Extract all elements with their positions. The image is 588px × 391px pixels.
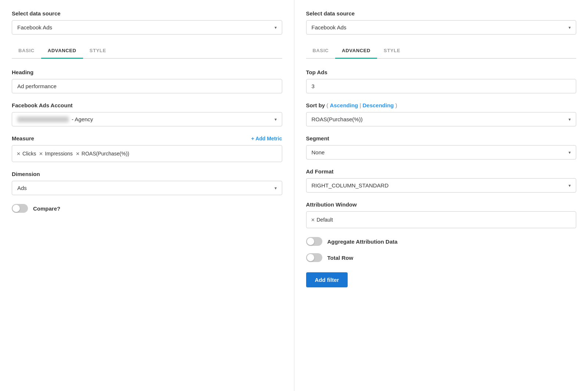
measure-header: Measure + Add Metric: [12, 135, 282, 141]
facebook-ads-account-dropdown[interactable]: - Agency ▾: [12, 112, 282, 126]
dimension-dropdown[interactable]: Ads ▾: [12, 181, 282, 195]
sort-by-paren-open: (: [326, 102, 330, 108]
sort-ascending-link[interactable]: Ascending: [330, 102, 358, 108]
sort-by-value: ROAS(Purchase(%)): [312, 116, 363, 122]
facebook-ads-account-group: Facebook Ads Account - Agency ▾: [12, 102, 282, 126]
sort-by-paren-close: ): [395, 102, 397, 108]
left-tab-basic[interactable]: BASIC: [12, 43, 41, 59]
segment-arrow-icon: ▾: [569, 150, 571, 155]
left-datasource-arrow-icon: ▾: [275, 25, 277, 30]
left-tab-advanced[interactable]: ADVANCED: [41, 43, 83, 59]
tag-impressions-remove-icon[interactable]: ✕: [39, 151, 43, 157]
heading-label: Heading: [12, 69, 282, 75]
measure-label: Measure: [12, 135, 34, 141]
ad-format-value: RIGHT_COLUMN_STANDARD: [312, 182, 389, 189]
ad-format-arrow-icon: ▾: [569, 183, 571, 188]
dimension-dropdown-arrow-icon: ▾: [275, 186, 277, 191]
right-select-datasource-label: Select data source: [306, 10, 577, 17]
tag-clicks: ✕ Clicks: [17, 151, 36, 157]
left-datasource-value: Facebook Ads: [17, 24, 52, 31]
dimension-group: Dimension Ads ▾: [12, 171, 282, 195]
add-metric-button[interactable]: + Add Metric: [251, 136, 282, 141]
account-blurred: [17, 116, 69, 122]
sort-by-arrow-icon: ▾: [569, 117, 571, 122]
ad-format-group: Ad Format RIGHT_COLUMN_STANDARD ▾: [306, 168, 577, 193]
sort-by-header: Sort by ( Ascending | Descending ): [306, 102, 577, 108]
segment-value: None: [312, 149, 325, 155]
measure-group: Measure + Add Metric ✕ Clicks ✕ Impressi…: [12, 135, 282, 162]
tag-default-remove-icon[interactable]: ✕: [311, 217, 315, 223]
total-row-toggle[interactable]: [306, 253, 322, 262]
segment-dropdown[interactable]: None ▾: [306, 145, 577, 159]
left-tab-style[interactable]: STYLE: [83, 43, 113, 59]
segment-label: Segment: [306, 135, 577, 141]
right-tab-advanced[interactable]: ADVANCED: [335, 43, 377, 59]
ad-format-label: Ad Format: [306, 168, 577, 175]
facebook-ads-account-label: Facebook Ads Account: [12, 102, 282, 108]
aggregate-attribution-toggle-row: Aggregate Attribution Data: [306, 237, 577, 246]
aggregate-attribution-knob: [307, 238, 314, 245]
tag-impressions: ✕ Impressions: [39, 151, 72, 157]
ad-format-dropdown[interactable]: RIGHT_COLUMN_STANDARD ▾: [306, 178, 577, 193]
tag-clicks-label: Clicks: [22, 151, 36, 157]
heading-group: Heading: [12, 69, 282, 93]
account-dropdown-arrow-icon: ▾: [275, 117, 277, 122]
compare-label: Compare?: [33, 205, 60, 212]
right-select-datasource-group: Select data source Facebook Ads ▾: [306, 10, 577, 35]
measure-tags-container: ✕ Clicks ✕ Impressions ✕ ROAS(Purchase(%…: [12, 145, 282, 162]
tag-impressions-label: Impressions: [45, 151, 72, 157]
account-display: - Agency: [17, 116, 93, 122]
account-suffix: - Agency: [72, 116, 93, 122]
top-ads-label: Top Ads: [306, 69, 577, 75]
right-panel: Select data source Facebook Ads ▾ BASIC …: [294, 0, 588, 391]
sort-by-dropdown[interactable]: ROAS(Purchase(%)) ▾: [306, 112, 577, 126]
compare-toggle-knob: [12, 205, 20, 212]
aggregate-attribution-label: Aggregate Attribution Data: [327, 238, 398, 245]
total-row-toggle-row: Total Row: [306, 253, 577, 262]
tag-roas-remove-icon[interactable]: ✕: [76, 151, 80, 157]
right-tab-style[interactable]: STYLE: [377, 43, 407, 59]
total-row-label: Total Row: [327, 255, 354, 261]
tag-roas-label: ROAS(Purchase(%)): [82, 151, 129, 157]
add-filter-button[interactable]: Add filter: [306, 272, 348, 287]
compare-toggle-row: Compare?: [12, 204, 282, 213]
right-datasource-value: Facebook Ads: [312, 24, 347, 31]
segment-group: Segment None ▾: [306, 135, 577, 159]
tag-default: ✕ Default: [311, 217, 333, 223]
sort-descending-link[interactable]: Descending: [362, 102, 394, 108]
attribution-window-tags: ✕ Default: [306, 211, 577, 228]
left-datasource-dropdown[interactable]: Facebook Ads ▾: [12, 20, 282, 35]
left-select-datasource-group: Select data source Facebook Ads ▾: [12, 10, 282, 35]
left-select-datasource-label: Select data source: [12, 10, 282, 17]
right-datasource-arrow-icon: ▾: [569, 25, 571, 30]
attribution-window-group: Attribution Window ✕ Default: [306, 201, 577, 228]
sort-by-group: Sort by ( Ascending | Descending ) ROAS(…: [306, 102, 577, 126]
right-datasource-dropdown[interactable]: Facebook Ads ▾: [306, 20, 577, 35]
tag-roas: ✕ ROAS(Purchase(%)): [76, 151, 129, 157]
top-ads-input[interactable]: [306, 79, 577, 93]
total-row-knob: [307, 254, 314, 261]
sort-by-label-text: Sort by: [306, 102, 325, 108]
compare-toggle[interactable]: [12, 204, 28, 213]
heading-input[interactable]: [12, 79, 282, 93]
left-panel: Select data source Facebook Ads ▾ BASIC …: [0, 0, 294, 391]
left-tabs: BASIC ADVANCED STYLE: [12, 43, 282, 59]
dimension-value: Ads: [17, 185, 27, 191]
dimension-label: Dimension: [12, 171, 282, 177]
right-tab-basic[interactable]: BASIC: [306, 43, 336, 59]
tag-clicks-remove-icon[interactable]: ✕: [17, 151, 21, 157]
right-tabs: BASIC ADVANCED STYLE: [306, 43, 577, 59]
top-ads-group: Top Ads: [306, 69, 577, 93]
aggregate-attribution-toggle[interactable]: [306, 237, 322, 246]
attribution-window-label: Attribution Window: [306, 201, 577, 208]
tag-default-label: Default: [317, 217, 333, 223]
